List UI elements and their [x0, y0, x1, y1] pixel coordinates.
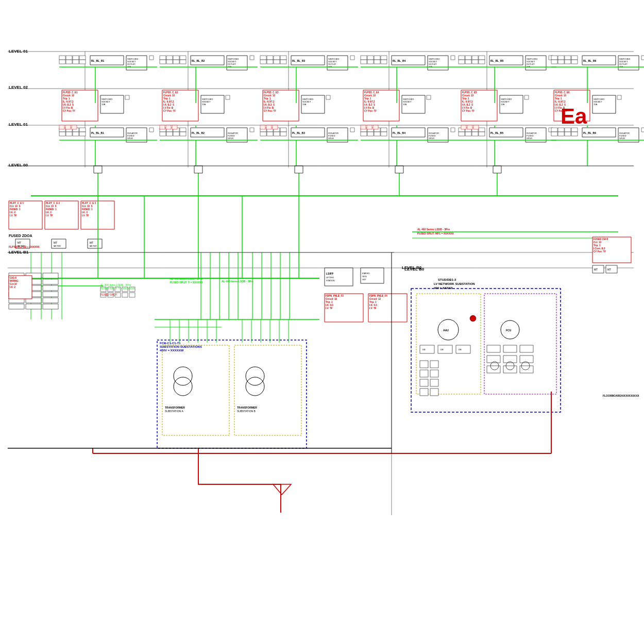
ea-label: Ea: [561, 104, 587, 129]
diagram-container: Ea: [0, 0, 644, 644]
